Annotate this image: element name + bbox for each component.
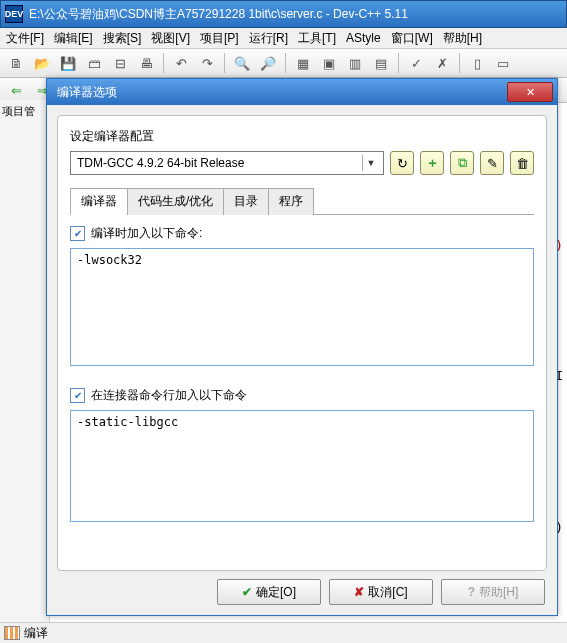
menu-run[interactable]: 运行[R]	[245, 28, 292, 49]
compiler-config-combo[interactable]: TDM-GCC 4.9.2 64-bit Release ▼	[70, 151, 384, 175]
separator	[163, 53, 164, 73]
menu-view[interactable]: 视图[V]	[147, 28, 194, 49]
menu-project[interactable]: 项目[P]	[196, 28, 243, 49]
window-cascade-icon[interactable]: ▭	[491, 51, 515, 75]
check-icon: ✔	[242, 585, 252, 599]
compile-icon[interactable]: ▦	[291, 51, 315, 75]
tab-codegen[interactable]: 代码生成/优化	[127, 188, 224, 215]
status-text: 编译	[24, 625, 48, 642]
help-button[interactable]: ?帮助[H]	[441, 579, 545, 605]
main-titlebar: DEV E:\公众号碧油鸡\CSDN博主A757291228 1bit\c\se…	[0, 0, 567, 28]
dialog-titlebar: 编译器选项 ✕	[47, 79, 557, 105]
undo-icon[interactable]: ↶	[169, 51, 193, 75]
menu-edit[interactable]: 编辑[E]	[50, 28, 97, 49]
config-row: TDM-GCC 4.9.2 64-bit Release ▼ ↻ ＋ ⧉ ✎ 🗑	[70, 151, 534, 175]
save-icon[interactable]: 💾	[56, 51, 80, 75]
app-icon: DEV	[5, 5, 23, 23]
find-icon[interactable]: 🔍	[230, 51, 254, 75]
stop-icon[interactable]: ✗	[430, 51, 454, 75]
compiler-cmd-input[interactable]	[70, 248, 534, 366]
replace-icon[interactable]: 🔎	[256, 51, 280, 75]
dialog-buttons: ✔确定[O] ✘取消[C] ?帮助[H]	[217, 579, 545, 605]
tab-directories[interactable]: 目录	[223, 188, 269, 215]
question-icon: ?	[468, 585, 475, 599]
statusbar: 编译	[0, 622, 567, 643]
menu-search[interactable]: 搜索[S]	[99, 28, 146, 49]
toolbar-main: 🗎 📂 💾 🗃 ⊟ 🖶 ↶ ↷ 🔍 🔎 ▦ ▣ ▥ ▤ ✓ ✗ ▯ ▭	[0, 49, 567, 78]
debug-icon[interactable]: ✓	[404, 51, 428, 75]
new-file-icon[interactable]: 🗎	[4, 51, 28, 75]
close-file-icon[interactable]: ⊟	[108, 51, 132, 75]
window-tile-icon[interactable]: ▯	[465, 51, 489, 75]
compiler-cmd-checkbox-row: ✔ 编译时加入以下命令:	[70, 225, 534, 242]
project-panel-label: 项目管	[2, 105, 35, 117]
open-icon[interactable]: 📂	[30, 51, 54, 75]
cancel-button[interactable]: ✘取消[C]	[329, 579, 433, 605]
linker-cmd-input[interactable]	[70, 410, 534, 522]
combo-value: TDM-GCC 4.9.2 64-bit Release	[77, 156, 244, 170]
redo-icon[interactable]: ↷	[195, 51, 219, 75]
tabs: 编译器 代码生成/优化 目录 程序	[70, 187, 534, 215]
menubar: 文件[F] 编辑[E] 搜索[S] 视图[V] 项目[P] 运行[R] 工具[T…	[0, 28, 567, 49]
separator	[398, 53, 399, 73]
tab-programs[interactable]: 程序	[268, 188, 314, 215]
separator	[459, 53, 460, 73]
linker-cmd-checkbox[interactable]: ✔	[70, 388, 85, 403]
linker-cmd-label: 在连接器命令行加入以下命令	[91, 387, 247, 404]
separator	[285, 53, 286, 73]
compiler-cmd-label: 编译时加入以下命令:	[91, 225, 202, 242]
main-title: E:\公众号碧油鸡\CSDN博主A757291228 1bit\c\server…	[29, 6, 408, 23]
config-group-label: 设定编译器配置	[70, 128, 534, 145]
add-config-button[interactable]: ＋	[420, 151, 444, 175]
duplicate-config-button[interactable]: ⧉	[450, 151, 474, 175]
compile-run-icon[interactable]: ▥	[343, 51, 367, 75]
linker-cmd-checkbox-row: ✔ 在连接器命令行加入以下命令	[70, 387, 534, 404]
x-icon: ✘	[354, 585, 364, 599]
menu-window[interactable]: 窗口[W]	[387, 28, 437, 49]
compiler-cmd-checkbox[interactable]: ✔	[70, 226, 85, 241]
separator	[224, 53, 225, 73]
save-all-icon[interactable]: 🗃	[82, 51, 106, 75]
rebuild-icon[interactable]: ▤	[369, 51, 393, 75]
menu-help[interactable]: 帮助[H]	[439, 28, 486, 49]
project-panel: 项目管	[0, 100, 50, 623]
ok-button[interactable]: ✔确定[O]	[217, 579, 321, 605]
status-grid-icon[interactable]	[4, 626, 20, 640]
close-button[interactable]: ✕	[507, 82, 553, 102]
delete-config-button[interactable]: 🗑	[510, 151, 534, 175]
compiler-options-dialog: 编译器选项 ✕ 设定编译器配置 TDM-GCC 4.9.2 64-bit Rel…	[46, 78, 558, 616]
chevron-down-icon: ▼	[362, 155, 379, 171]
menu-file[interactable]: 文件[F]	[2, 28, 48, 49]
dialog-body: 设定编译器配置 TDM-GCC 4.9.2 64-bit Release ▼ ↻…	[57, 115, 547, 571]
dialog-title: 编译器选项	[57, 84, 117, 101]
back-icon[interactable]: ⇐	[4, 78, 28, 102]
menu-tools[interactable]: 工具[T]	[294, 28, 340, 49]
run-icon[interactable]: ▣	[317, 51, 341, 75]
refresh-config-button[interactable]: ↻	[390, 151, 414, 175]
menu-astyle[interactable]: AStyle	[342, 29, 385, 47]
print-icon[interactable]: 🖶	[134, 51, 158, 75]
tab-compiler[interactable]: 编译器	[70, 188, 128, 215]
rename-config-button[interactable]: ✎	[480, 151, 504, 175]
